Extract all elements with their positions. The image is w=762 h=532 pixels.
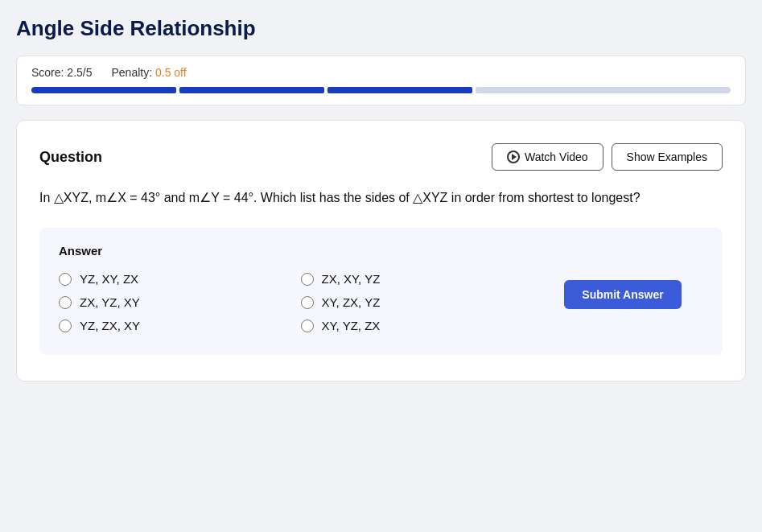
question-card: Question Watch Video Show Examples In △X… <box>16 120 746 381</box>
progress-bar <box>31 87 731 93</box>
radio-label-3: YZ, ZX, XY <box>80 319 140 332</box>
radio-col-1: YZ, XY, ZX ZX, YZ, XY YZ, ZX, XY <box>59 272 301 332</box>
penalty-display: Penalty: 0.5 off <box>112 66 187 79</box>
radio-label-2: ZX, YZ, XY <box>80 295 140 309</box>
submit-col: Submit Answer <box>542 272 703 309</box>
progress-seg-4 <box>476 87 731 93</box>
answer-label: Answer <box>59 244 703 258</box>
score-value: 2.5/5 <box>67 66 92 79</box>
radio-col-2: ZX, XY, YZ XY, ZX, YZ XY, YZ, ZX <box>301 272 543 332</box>
radio-option-6[interactable]: XY, YZ, ZX <box>301 319 543 332</box>
radio-input-6[interactable] <box>301 320 314 332</box>
radio-input-5[interactable] <box>301 296 314 309</box>
progress-seg-3 <box>327 87 472 93</box>
play-triangle-icon <box>512 154 517 160</box>
radio-label-5: XY, ZX, YZ <box>322 295 381 309</box>
question-label: Question <box>39 149 102 166</box>
score-bar-container: Score: 2.5/5 Penalty: 0.5 off <box>16 56 746 105</box>
submit-answer-button[interactable]: Submit Answer <box>564 280 681 309</box>
question-text: In △XYZ, m∠X = 43° and m∠Y = 44°. Which … <box>39 187 723 208</box>
penalty-value: 0.5 off <box>155 66 187 79</box>
radio-option-1[interactable]: YZ, XY, ZX <box>59 272 301 286</box>
radio-label-1: YZ, XY, ZX <box>80 272 138 286</box>
watch-video-button[interactable]: Watch Video <box>492 143 603 171</box>
penalty-label: Penalty: <box>112 66 153 79</box>
radio-option-2[interactable]: ZX, YZ, XY <box>59 295 301 309</box>
header-buttons: Watch Video Show Examples <box>492 143 723 171</box>
radio-label-6: XY, YZ, ZX <box>322 319 381 332</box>
answer-section: Answer YZ, XY, ZX ZX, YZ, XY YZ, ZX, X <box>39 228 723 355</box>
radio-input-2[interactable] <box>59 296 72 309</box>
radio-option-4[interactable]: ZX, XY, YZ <box>301 272 543 286</box>
page-title: Angle Side Relationship <box>16 16 746 41</box>
score-label: Score: <box>31 66 64 79</box>
show-examples-button[interactable]: Show Examples <box>612 143 723 171</box>
radio-option-3[interactable]: YZ, ZX, XY <box>59 319 301 332</box>
progress-seg-1 <box>31 87 176 93</box>
progress-seg-2 <box>179 87 324 93</box>
answer-grid: YZ, XY, ZX ZX, YZ, XY YZ, ZX, XY <box>59 272 703 332</box>
watch-video-label: Watch Video <box>525 151 588 163</box>
radio-input-3[interactable] <box>59 320 72 332</box>
question-header: Question Watch Video Show Examples <box>39 143 723 171</box>
radio-input-4[interactable] <box>301 273 314 286</box>
play-circle-icon <box>507 151 520 163</box>
score-display: Score: 2.5/5 <box>31 66 93 79</box>
radio-option-5[interactable]: XY, ZX, YZ <box>301 295 543 309</box>
radio-label-4: ZX, XY, YZ <box>322 272 381 286</box>
radio-input-1[interactable] <box>59 273 72 286</box>
score-info: Score: 2.5/5 Penalty: 0.5 off <box>31 66 731 79</box>
